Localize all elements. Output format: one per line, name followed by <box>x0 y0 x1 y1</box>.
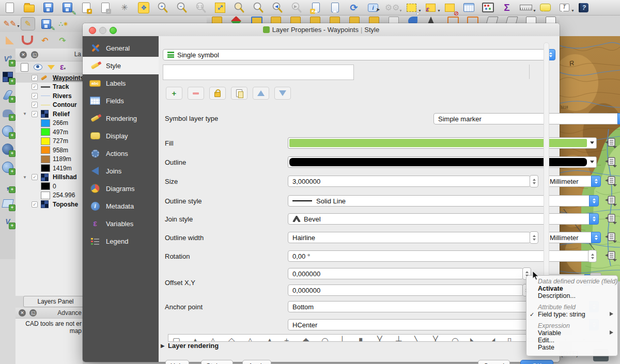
statistics-summary-icon[interactable]: Σ <box>500 1 514 14</box>
refresh-map-icon[interactable]: ⟳ <box>347 1 361 14</box>
select-by-expression-icon[interactable]: ε▼ <box>424 1 437 14</box>
help-contents-icon[interactable]: ? <box>577 1 590 14</box>
tab-display[interactable]: Display <box>83 127 159 145</box>
add-raster-layer-icon[interactable]: + <box>2 71 14 83</box>
layer-checkbox[interactable]: ✓ <box>32 174 38 180</box>
move-up-button[interactable] <box>253 87 269 100</box>
clipped-toolbar-icon[interactable] <box>310 17 320 23</box>
zoom-next-icon[interactable]: ▶ <box>290 1 303 14</box>
outline-style-data-defined-button[interactable] <box>604 195 617 207</box>
layer-row-497m[interactable]: 497m <box>16 128 83 137</box>
shape-option[interactable]: ▯ <box>507 336 512 342</box>
filter-legend-icon[interactable] <box>48 65 55 70</box>
add-oracle-layer-icon[interactable]: ,+ <box>2 179 14 192</box>
layer-row-0[interactable]: 0 <box>16 182 83 191</box>
add-wcs-layer-icon[interactable]: + <box>2 143 14 155</box>
layer-row-waypoints[interactable]: ✓Waypoints <box>16 73 83 83</box>
layer-row-266m[interactable]: 266m <box>16 119 83 128</box>
size-input[interactable]: 3,000000 <box>288 176 531 187</box>
clipped-toolbar-icon[interactable] <box>271 17 281 23</box>
outline-style-combo[interactable]: Solid Line <box>288 195 599 207</box>
shape-option[interactable]: ◇ <box>228 336 235 342</box>
apply-button[interactable]: Apply <box>242 360 271 364</box>
join-style-combo[interactable]: Bevel <box>288 213 599 225</box>
shape-option[interactable]: ┼ <box>396 336 401 342</box>
symbol-tree-area[interactable] <box>163 65 354 80</box>
tab-legend[interactable]: Legend <box>83 232 159 250</box>
clipped-toolbar-icon[interactable] <box>467 17 478 23</box>
run-feature-action-icon[interactable]: ⚙⚙▼ <box>385 1 399 14</box>
clipped-toolbar-icon[interactable] <box>505 17 518 23</box>
cancel-button[interactable]: Cancel <box>478 360 510 364</box>
pan-to-selection-icon[interactable]: ✥ <box>137 1 150 14</box>
layer-row-contour[interactable]: ✓Contour <box>16 101 83 110</box>
add-wfs-layer-icon[interactable]: +▼ <box>2 161 14 173</box>
menu-item-variable[interactable]: Variable <box>526 329 617 337</box>
layer-row-1189m[interactable]: 1189m <box>16 155 83 164</box>
offset-y-input[interactable]: 0,000000 <box>288 284 523 296</box>
zoom-in-icon[interactable]: + <box>156 1 169 14</box>
layer-row-1419m[interactable]: 1419m <box>16 164 83 173</box>
save-project-icon[interactable] <box>41 1 55 14</box>
clipped-toolbar-icon[interactable] <box>546 17 556 23</box>
layer-checkbox[interactable]: ✓ <box>32 201 38 208</box>
tab-actions[interactable]: Actions <box>83 145 159 162</box>
shape-option[interactable]: △ <box>210 336 216 342</box>
zoom-full-icon[interactable]: ⤢ <box>213 1 227 14</box>
new-bookmark-icon[interactable]: ★ <box>309 1 322 14</box>
menu-item-edit-[interactable]: Edit... <box>526 337 617 344</box>
redo-icon[interactable]: ↷ <box>56 34 69 46</box>
advanced-close-icon[interactable]: ✕ <box>19 309 26 316</box>
add-feature-icon[interactable]: ∴✷ <box>57 18 70 30</box>
join-style-data-defined-button[interactable] <box>604 213 617 225</box>
layer-row-254-996[interactable]: 254.996 <box>16 191 83 200</box>
tab-variables[interactable]: εVariables <box>83 215 159 232</box>
fill-data-defined-button[interactable] <box>604 137 617 149</box>
close-window-button[interactable] <box>89 27 96 34</box>
minimize-window-button[interactable] <box>99 27 106 34</box>
shape-option[interactable]: │ <box>340 336 345 342</box>
open-project-icon[interactable] <box>22 1 36 14</box>
size-data-defined-button[interactable] <box>604 176 617 187</box>
shape-option[interactable]: ◆ <box>303 336 309 342</box>
shape-option[interactable]: ◢ <box>489 336 495 342</box>
save-project-as-icon[interactable]: ✎ <box>60 1 74 14</box>
zoom-window-button[interactable] <box>110 27 117 34</box>
layer-checkbox[interactable]: ✓ <box>32 102 38 108</box>
tab-joins[interactable]: Joins <box>83 162 159 180</box>
layer-checkbox[interactable]: ✓ <box>32 93 38 99</box>
duplicate-symbol-layer-button[interactable] <box>231 87 247 100</box>
visibility-icon[interactable] <box>34 64 42 70</box>
zoom-last-icon[interactable]: ◀ <box>271 1 284 14</box>
new-project-icon[interactable] <box>3 1 17 14</box>
layer-styling-icon[interactable] <box>21 63 28 72</box>
layer-row-rivers[interactable]: ✓Rivers <box>16 91 83 101</box>
field-calculator-icon[interactable] <box>481 1 494 14</box>
lock-symbol-layer-button[interactable] <box>209 87 226 100</box>
fill-dropdown-icon[interactable] <box>590 141 594 144</box>
shape-option[interactable]: ◠ <box>321 336 329 342</box>
style-menu-button[interactable]: Style▼ <box>201 360 233 364</box>
rotation-data-defined-button[interactable] <box>604 250 617 262</box>
map-tips-icon[interactable] <box>538 1 552 14</box>
layer-checkbox[interactable]: ✓ <box>32 84 38 90</box>
clipped-toolbar-icon[interactable] <box>349 17 360 23</box>
advanced-float-icon[interactable]: ◱ <box>29 309 37 316</box>
size-spinner[interactable] <box>530 175 538 187</box>
toggle-editing-icon[interactable]: ✎ <box>21 17 35 30</box>
tab-rendering[interactable]: Rendering <box>83 109 159 127</box>
outline-color-button[interactable] <box>288 156 597 168</box>
layer-rendering-expander-icon[interactable]: ▶ <box>161 343 165 349</box>
tab-labels[interactable]: abcLabels <box>83 74 159 92</box>
menu-item-description-[interactable]: Description... <box>526 292 617 299</box>
offset-x-input[interactable]: 0,000000 <box>288 268 523 279</box>
clipped-toolbar-icon[interactable] <box>369 17 379 23</box>
composer-manager-icon[interactable]: ⌕ <box>99 1 112 14</box>
zoom-out-icon[interactable]: − <box>175 1 189 14</box>
tab-diagrams[interactable]: Diagrams <box>83 180 159 197</box>
zoom-to-layer-icon[interactable] <box>252 1 265 14</box>
layer-row-958m[interactable]: 958m <box>16 146 83 155</box>
clipped-toolbar-icon[interactable] <box>526 17 536 23</box>
zoom-to-selection-icon[interactable] <box>233 1 246 14</box>
outline-dropdown-icon[interactable] <box>590 161 594 163</box>
